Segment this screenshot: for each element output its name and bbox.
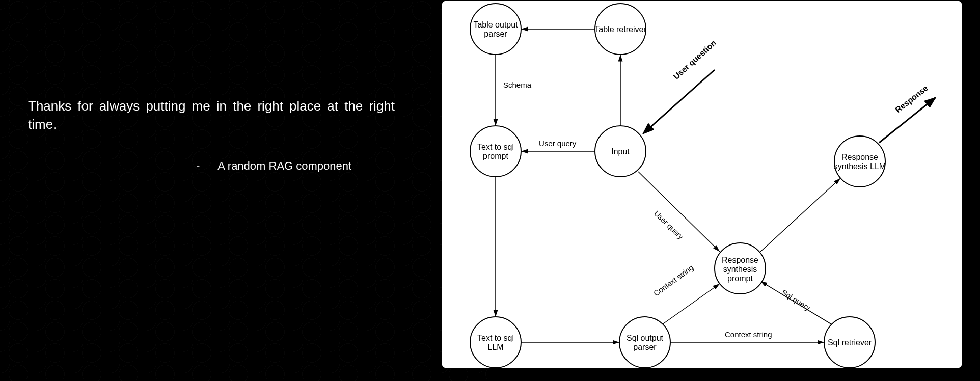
node-response-synthesis-llm: Response synthesis LLM <box>834 136 886 187</box>
quote-block: Thanks for always putting me in the righ… <box>28 97 395 173</box>
svg-text:Text to sql: Text to sql <box>477 334 514 342</box>
edge-context1 <box>662 284 720 324</box>
label-schema: Schema <box>503 80 532 89</box>
label-user-query: User query <box>539 139 577 148</box>
svg-text:Table output: Table output <box>473 20 518 29</box>
node-text-to-sql-prompt: Text to sql prompt <box>470 126 521 177</box>
node-table-output-parser: Table output parser <box>470 4 521 55</box>
node-text-to-sql-llm: Text to sql LLM <box>470 317 521 368</box>
svg-text:Table retreiver: Table retreiver <box>594 25 646 34</box>
svg-text:parser: parser <box>633 343 657 351</box>
quote-text: Thanks for always putting me in the righ… <box>28 97 395 134</box>
svg-text:Sql retriever: Sql retriever <box>828 338 872 347</box>
quote-dash: - <box>196 159 200 172</box>
node-input: Input <box>595 126 646 177</box>
svg-text:parser: parser <box>484 30 507 38</box>
label-response: Response <box>893 84 930 115</box>
label-context1: Context string <box>652 263 695 297</box>
label-sqlquery: Sql query <box>780 288 812 312</box>
svg-text:Input: Input <box>611 147 630 156</box>
quote-author: A random RAG component <box>217 159 351 172</box>
node-response-synthesis-prompt: Response synthesis prompt <box>715 243 766 294</box>
svg-text:synthesis: synthesis <box>723 265 757 274</box>
edge-prompt-to-synthllm <box>760 178 840 252</box>
hexagon-background <box>0 0 489 381</box>
svg-text:prompt: prompt <box>483 152 508 160</box>
quote-attribution: - A random RAG component <box>28 159 395 173</box>
label-context2: Context string <box>725 330 772 339</box>
rag-diagram: Schema User query User question User que… <box>442 1 962 368</box>
node-table-retriever: Table retreiver <box>594 4 646 55</box>
label-user-question: User question <box>672 38 718 81</box>
svg-text:synthesis LLM: synthesis LLM <box>834 162 886 171</box>
svg-text:Sql output: Sql output <box>627 334 664 342</box>
svg-text:Response: Response <box>722 256 758 264</box>
svg-text:Response: Response <box>841 153 878 161</box>
svg-text:prompt: prompt <box>727 274 753 283</box>
node-sql-retriever: Sql retriever <box>824 317 875 368</box>
svg-text:LLM: LLM <box>487 343 503 351</box>
node-sql-output-parser: Sql output parser <box>619 317 670 368</box>
svg-text:Text to sql: Text to sql <box>477 143 514 151</box>
